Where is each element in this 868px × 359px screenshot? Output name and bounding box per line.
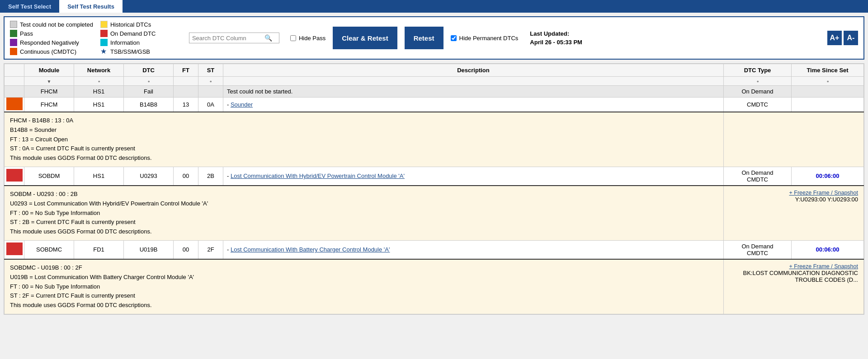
sounder-link[interactable]: Sounder [231, 101, 253, 108]
legend-color-pass [10, 30, 17, 37]
network-cell: FD1 [74, 240, 124, 259]
hide-pass-checkbox[interactable] [290, 35, 296, 41]
legend-color-responded-negatively [10, 39, 17, 46]
last-updated-value: April 26 - 05:33 PM [530, 38, 582, 47]
dtc-cell: Fail [124, 86, 174, 98]
freeze-frame-value-2: BK:LOST COMMUNICATION DIAGNOSTIC TROUBLE… [743, 270, 858, 283]
st-sort-icon: ⚬ [209, 79, 212, 84]
u0293-link[interactable]: Lost Communication With Hybrid/EV Powert… [231, 173, 405, 179]
swatch-cell [5, 98, 24, 112]
tab-self-test-select[interactable]: Self Test Select [0, 0, 59, 13]
retest-button[interactable]: Retest [405, 27, 443, 49]
time-cell: 00:06:00 [792, 167, 864, 186]
network-cell: HS1 [74, 167, 124, 186]
legend-color-continuous [10, 48, 17, 55]
font-increase-button[interactable]: A+ [827, 31, 842, 45]
legend-cannot-complete: Test could not be completed [10, 21, 93, 28]
filter-dtc[interactable]: ⚬ [124, 77, 174, 86]
hide-permanent-checkbox-item[interactable]: Hide Permanent DTCs [451, 35, 519, 42]
tab-self-test-results[interactable]: Self Test Results [59, 0, 123, 13]
table-body: FHCM HS1 Fail Test could not be started.… [5, 86, 864, 314]
st-cell [198, 86, 223, 98]
legend-pass: Pass [10, 30, 93, 37]
orange-swatch [6, 98, 23, 110]
dtc-cell: U0293 [124, 167, 174, 186]
module-cell: SOBDM [24, 167, 74, 186]
legend-label-continuous: Continuous (CMDTC) [20, 48, 76, 55]
tab-bar: Self Test Select Self Test Results [0, 0, 868, 13]
description-cell: - Sounder [223, 98, 724, 112]
detail-row: SOBDMC - U019B : 00 : 2F U019B = Lost Co… [5, 259, 864, 314]
legend-continuous: Continuous (CMDTC) [10, 48, 93, 55]
detail-content-cell: SOBDMC - U019B : 00 : 2F U019B = Lost Co… [5, 259, 724, 314]
legend-label-pass: Pass [20, 30, 33, 37]
detail-content-cell: FHCM - B14B8 : 13 : 0A B14B8 = Sounder F… [5, 112, 724, 167]
legend-information: Information [100, 39, 182, 46]
u019b-link[interactable]: Lost Communication With Battery Charger … [231, 246, 390, 253]
freeze-frame-link-2[interactable]: + Freeze Frame / Snapshot [789, 263, 858, 270]
legend-color-on-demand [100, 30, 108, 37]
col-header-swatch [5, 64, 24, 77]
table-row: SOBDM HS1 U0293 00 2B - Lost Communicati… [5, 167, 864, 186]
font-decrease-button[interactable]: A- [844, 31, 858, 45]
time-value-2: 00:06:00 [816, 246, 839, 253]
description-cell: - Lost Communication With Battery Charge… [223, 240, 724, 259]
filter-st[interactable]: ⚬ [198, 77, 223, 86]
time-cell [792, 98, 864, 112]
time-sort-icon: ⚬ [826, 79, 830, 84]
clear-retest-button[interactable]: Clear & Retest [333, 27, 397, 49]
network-cell: HS1 [74, 86, 124, 98]
ft-cell: 00 [174, 240, 198, 259]
last-updated: Last Updated: April 26 - 05:33 PM [530, 29, 582, 47]
st-cell: 2F [198, 240, 223, 259]
freeze-frame-link-1[interactable]: + Freeze Frame / Snapshot [789, 190, 858, 196]
legend-tsb: ★ TSB/SSM/GSB [100, 48, 182, 55]
legend-left: Test could not be completed Pass Respond… [10, 21, 93, 55]
legend-label-historical: Historical DTCs [110, 21, 151, 28]
filter-module[interactable]: ▼ [24, 77, 74, 86]
filter-network[interactable]: ⚬ [74, 77, 124, 86]
dtc-cell: U019B [124, 240, 174, 259]
legend-label-information: Information [110, 39, 140, 46]
detail-text: FHCM - B14B8 : 13 : 0A B14B8 = Sounder F… [10, 116, 718, 163]
filter-dtc-type[interactable]: ⚬ [724, 77, 792, 86]
detail-text: SOBDMC - U019B : 00 : 2F U019B = Lost Co… [10, 263, 718, 310]
detail-row: FHCM - B14B8 : 13 : 0A B14B8 = Sounder F… [5, 112, 864, 167]
swatch-cell [5, 167, 24, 186]
dtc-type-sort-icon: ⚬ [756, 79, 760, 84]
col-header-module: Module [24, 64, 74, 77]
filter-description [223, 77, 724, 86]
dtc-type-cell: On DemandCMDTC [724, 240, 792, 259]
legend-responded-negatively: Responded Negatively [10, 39, 93, 46]
table-row: FHCM HS1 Fail Test could not be started.… [5, 86, 864, 98]
search-box[interactable]: 🔍 [189, 33, 279, 43]
filter-time[interactable]: ⚬ [792, 77, 864, 86]
legend-label-tsb: TSB/SSM/GSB [110, 48, 150, 55]
freeze-frame-value-1: Y:U0293:00 Y:U0293:00 [795, 196, 858, 203]
legend-right: Historical DTCs On Demand DTC Informatio… [100, 21, 182, 55]
table-filter-row: ▼ ⚬ ⚬ ⚬ ⚬ ⚬ [5, 77, 864, 86]
detail-text: SOBDM - U0293 : 00 : 2B U0293 = Lost Com… [10, 190, 718, 237]
network-sort-icon: ⚬ [97, 79, 101, 84]
swatch-cell [5, 86, 24, 98]
dtc-cell: B14B8 [124, 98, 174, 112]
col-header-st: ST [198, 64, 223, 77]
filter-swatch [5, 77, 24, 86]
module-cell: SOBDMC [24, 240, 74, 259]
font-size-buttons: A+ A- [827, 31, 858, 45]
ft-cell [174, 86, 198, 98]
time-value: 00:06:00 [816, 173, 839, 179]
module-cell: FHCM [24, 98, 74, 112]
detail-right-cell: + Freeze Frame / Snapshot BK:LOST COMMUN… [724, 259, 864, 314]
time-cell: 00:06:00 [792, 240, 864, 259]
legend-historical-dtcs: Historical DTCs [100, 21, 182, 28]
search-input[interactable] [192, 35, 264, 42]
hide-pass-checkbox-item[interactable]: Hide Pass [290, 35, 326, 42]
detail-content-cell: SOBDM - U0293 : 00 : 2B U0293 = Lost Com… [5, 186, 724, 240]
hide-permanent-dtcs-checkbox[interactable] [451, 35, 457, 41]
swatch-cell [5, 240, 24, 259]
detail-right-cell: + Freeze Frame / Snapshot Y:U0293:00 Y:U… [724, 186, 864, 240]
legend-on-demand-dtc: On Demand DTC [100, 30, 182, 37]
red-swatch [6, 169, 23, 182]
col-header-dtc-type: DTC Type [724, 64, 792, 77]
